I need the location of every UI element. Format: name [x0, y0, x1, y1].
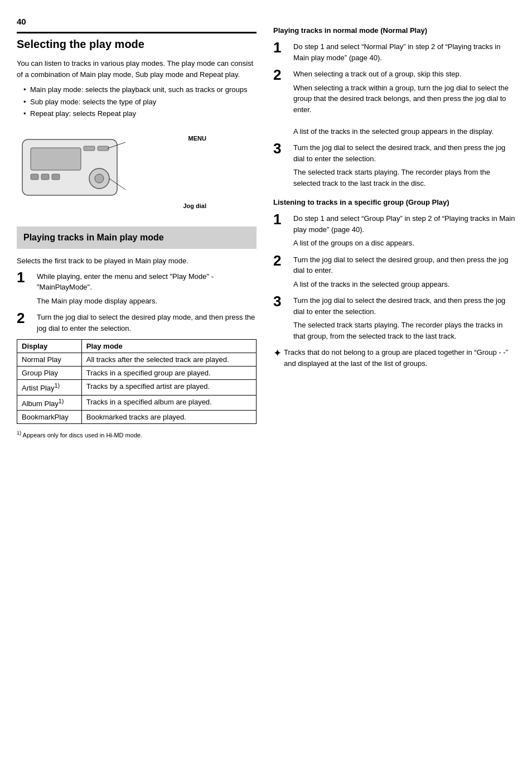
table-row: BookmarkPlay Bookmarked tracks are playe…	[17, 410, 257, 423]
group-step-2: 2 Turn the jog dial to select the desire…	[273, 254, 515, 290]
normal-step-text-1: Do step 1 and select “Normal Play” in st…	[293, 42, 500, 62]
group-step-sub-2: A list of the tracks in the selected gro…	[293, 279, 515, 290]
menu-label: MENU	[188, 135, 206, 142]
normal-step-2: 2 When selecting a track out of a group,…	[273, 69, 515, 137]
svg-rect-4	[52, 174, 60, 180]
table-header-display: Display	[17, 340, 82, 353]
svg-point-8	[95, 174, 104, 183]
normal-play-title: Playing tracks in normal mode (Normal Pl…	[273, 26, 515, 36]
right-column: Playing tracks in normal mode (Normal Pl…	[273, 17, 515, 740]
section-title: Selecting the play mode	[17, 32, 257, 51]
svg-rect-3	[41, 174, 49, 180]
table-cell-mode: Tracks in a specified album are played.	[81, 395, 256, 410]
step-num-2: 2	[17, 311, 32, 325]
normal-step-content-1: Do step 1 and select “Normal Play” in st…	[293, 41, 515, 63]
bullet-item: Main play mode: selects the playback uni…	[23, 84, 257, 95]
step-num-1: 1	[17, 270, 32, 285]
table-cell-display: Normal Play	[17, 353, 82, 367]
svg-rect-6	[98, 146, 109, 151]
page-number: 40	[17, 17, 257, 26]
table-row: Album Play1) Tracks in a specified album…	[17, 395, 257, 410]
table-row: Normal Play All tracks after the selecte…	[17, 353, 257, 367]
table-cell-display: Artist Play1)	[17, 380, 82, 395]
play-mode-table: Display Play mode Normal Play All tracks…	[17, 339, 257, 424]
bullet-item: Repeat play: selects Repeat play	[23, 108, 257, 119]
step-text-2: Turn the jog dial to select the desired …	[37, 313, 255, 332]
table-cell-mode: Bookmarked tracks are played.	[81, 410, 256, 423]
jog-label: Jog dial	[183, 202, 206, 209]
highlight-title: Playing tracks in Main play mode	[23, 232, 250, 244]
step-1: 1 While playing, enter the menu and sele…	[17, 271, 257, 307]
normal-step-text-3: Turn the jog dial to select the desired …	[293, 143, 505, 163]
normal-step-num-3: 3	[273, 141, 289, 156]
normal-step-num-2: 2	[273, 67, 289, 82]
bullet-item: Sub play mode: selects the type of play	[23, 97, 257, 108]
columns: 40 Selecting the play mode You can liste…	[17, 17, 515, 740]
normal-step-num-1: 1	[273, 40, 289, 55]
group-step-num-1: 1	[273, 212, 289, 226]
table-row: Artist Play1) Tracks by a specified arti…	[17, 380, 257, 395]
table-header-playmode: Play mode	[81, 340, 256, 353]
svg-rect-5	[84, 146, 95, 151]
step-2: 2 Turn the jog dial to select the desire…	[17, 312, 257, 334]
table-footnote: 1) ¹⧏ Appears only for discs used in Hi-…	[17, 430, 257, 440]
group-step-1: 1 Do step 1 and select “Group Play” in s…	[273, 213, 515, 249]
table-cell-mode: Tracks by a specified artist are played.	[81, 380, 256, 395]
group-step-content-1: Do step 1 and select “Group Play” in ste…	[293, 213, 515, 249]
bullet-list: Main play mode: selects the playback uni…	[23, 84, 257, 119]
step-sub-1: The Main play mode display appears.	[37, 296, 257, 307]
normal-step-sub-3: The selected track starts playing. The r…	[293, 167, 515, 189]
table-cell-display: Album Play1)	[17, 395, 82, 410]
group-step-sub-3: The selected track starts playing. The r…	[293, 320, 515, 341]
highlight-intro: Selects the first track to be played in …	[17, 255, 257, 267]
device-illustration	[17, 128, 145, 206]
group-step-num-2: 2	[273, 253, 289, 268]
tip-icon: ✦	[273, 347, 282, 359]
step-content-2: Turn the jog dial to select the desired …	[37, 312, 257, 334]
step-content-1: While playing, enter the menu and select…	[37, 271, 257, 307]
normal-step-sub-2: When selecting a track within a group, t…	[293, 83, 515, 137]
group-play-title: Listening to tracks in a specific group …	[273, 197, 515, 208]
svg-rect-1	[31, 148, 81, 170]
group-step-text-1: Do step 1 and select “Group Play” in ste…	[293, 214, 515, 234]
step-text-1: While playing, enter the menu and select…	[37, 272, 214, 292]
tip-section: ✦ Tracks that do not belong to a group a…	[273, 347, 515, 369]
table-cell-mode: Tracks in a specified group are played.	[81, 367, 256, 380]
device-diagram: MENU Jog dial	[17, 128, 206, 218]
tip-text: Tracks that do not belong to a group are…	[284, 347, 515, 369]
group-step-3: 3 Turn the jog dial to select the desire…	[273, 295, 515, 341]
table-cell-display: BookmarkPlay	[17, 410, 82, 423]
group-step-content-3: Turn the jog dial to select the desired …	[293, 295, 515, 341]
normal-step-text-2: When selecting a track out of a group, s…	[293, 70, 461, 78]
page: 40 Selecting the play mode You can liste…	[0, 0, 532, 757]
group-step-num-3: 3	[273, 294, 289, 308]
table-cell-mode: All tracks after the selected track are …	[81, 353, 256, 367]
group-step-sub-1: A list of the groups on a disc appears.	[293, 238, 515, 249]
highlight-box: Playing tracks in Main play mode	[17, 226, 257, 249]
normal-step-content-3: Turn the jog dial to select the desired …	[293, 142, 515, 189]
group-step-text-3: Turn the jog dial to select the desired …	[293, 296, 505, 316]
group-step-text-2: Turn the jog dial to select the desired …	[293, 255, 508, 275]
normal-step-content-2: When selecting a track out of a group, s…	[293, 69, 515, 137]
table-cell-display: Group Play	[17, 367, 82, 380]
intro-text: You can listen to tracks in various play…	[17, 58, 257, 80]
svg-rect-2	[31, 174, 38, 180]
normal-step-1: 1 Do step 1 and select “Normal Play” in …	[273, 41, 515, 63]
table-row: Group Play Tracks in a specified group a…	[17, 367, 257, 380]
left-column: 40 Selecting the play mode You can liste…	[17, 17, 257, 740]
group-step-content-2: Turn the jog dial to select the desired …	[293, 254, 515, 290]
normal-step-3: 3 Turn the jog dial to select the desire…	[273, 142, 515, 189]
